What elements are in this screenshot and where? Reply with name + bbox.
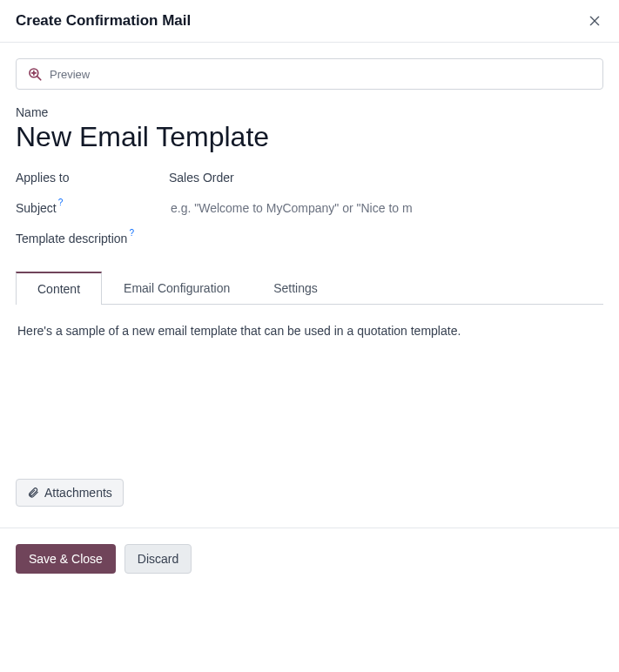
dialog-footer: Save & Close Discard [0,528,619,589]
applies-to-label: Applies to [16,171,169,185]
applies-to-value[interactable]: Sales Order [169,171,603,185]
name-value[interactable]: New Email Template [16,121,603,153]
tab-content[interactable]: Content [16,272,102,305]
zoom-in-icon [27,66,43,82]
subject-row: Subject ? [16,200,603,216]
tabs: Content Email Configuration Settings [16,272,603,305]
help-icon[interactable]: ? [58,198,64,207]
subject-input[interactable] [169,200,439,216]
preview-button[interactable]: Preview [16,58,603,90]
help-icon[interactable]: ? [129,228,134,238]
tab-email-configuration[interactable]: Email Configuration [102,272,252,305]
description-label: Template description ? [16,232,169,245]
discard-button[interactable]: Discard [124,544,192,574]
dialog-header: Create Confirmation Mail [0,0,619,43]
tab-settings[interactable]: Settings [252,272,340,305]
save-button[interactable]: Save & Close [16,544,116,574]
subject-label: Subject ? [16,201,169,215]
attachments-label: Attachments [44,486,112,500]
close-button[interactable] [586,12,603,30]
content-panel[interactable]: Here's a sample of a new email template … [16,305,603,461]
close-icon [588,14,602,28]
attachments-button[interactable]: Attachments [16,479,124,507]
dialog: Create Confirmation Mail Preview Name Ne… [0,0,619,589]
dialog-body: Preview Name New Email Template Applies … [0,43,619,507]
content-body-text: Here's a sample of a new email template … [17,324,602,338]
name-label: Name [16,105,603,119]
description-row: Template description ? [16,232,603,245]
paperclip-icon [27,487,39,499]
applies-to-row: Applies to Sales Order [16,171,603,185]
dialog-title: Create Confirmation Mail [16,12,191,30]
preview-label: Preview [50,68,90,81]
svg-line-3 [37,77,41,80]
